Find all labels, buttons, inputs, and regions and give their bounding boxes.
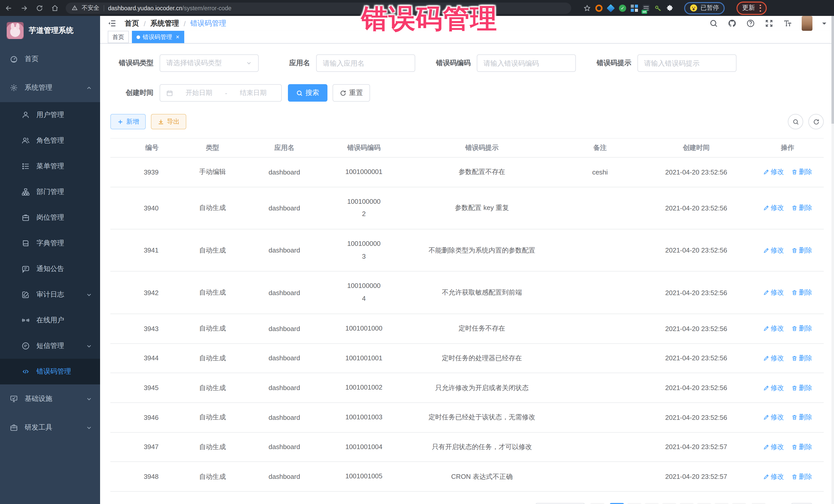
header-search-icon[interactable] (709, 19, 718, 28)
error-code-input[interactable] (483, 59, 569, 67)
extension-orange-icon[interactable] (595, 4, 602, 12)
delete-link[interactable]: 删除 (791, 383, 812, 392)
page-ellipsis[interactable]: ••• (715, 503, 729, 504)
edit-link[interactable]: 修改 (763, 354, 784, 363)
fullscreen-icon[interactable] (765, 19, 773, 28)
sidebar-item-sms-mgmt[interactable]: 短信管理 (0, 333, 100, 359)
delete-link[interactable]: 删除 (791, 168, 812, 177)
breadcrumb-home[interactable]: 首页 (125, 19, 139, 28)
sidebar-item-dev-tools[interactable]: 研发工具 (0, 413, 100, 442)
user-avatar[interactable] (802, 16, 812, 31)
next-page-button[interactable] (751, 503, 766, 504)
table-cell: dashboard (246, 229, 323, 271)
page-number-button[interactable]: 8 (732, 503, 746, 504)
delete-link[interactable]: 删除 (791, 246, 812, 255)
help-question-icon[interactable] (746, 19, 755, 28)
app-name-input[interactable] (323, 59, 409, 67)
edit-link[interactable]: 修改 (763, 442, 784, 452)
github-icon[interactable] (728, 19, 737, 28)
breadcrumb-system[interactable]: 系统管理 (150, 19, 179, 28)
bookmark-star-icon[interactable] (584, 4, 591, 12)
app-logo-row[interactable]: 芋道管理系统 (0, 16, 100, 45)
sidebar-item-role-mgmt[interactable]: 角色管理 (0, 128, 100, 153)
extensions-puzzle-icon[interactable] (666, 4, 673, 12)
browser-forward-icon[interactable] (21, 4, 28, 12)
browser-home-icon[interactable] (51, 4, 59, 12)
sidebar-item-menu-mgmt[interactable]: 菜单管理 (0, 153, 100, 179)
toggle-search-button[interactable] (788, 114, 803, 129)
browser-back-icon[interactable] (5, 4, 12, 12)
extension-gem-icon[interactable] (607, 4, 615, 12)
edit-link[interactable]: 修改 (763, 413, 784, 422)
tag-error-code-active[interactable]: 错误码管理 × (132, 31, 184, 43)
page-number-button[interactable]: 2 (627, 503, 641, 504)
extension-grid-icon[interactable] (631, 4, 638, 12)
table-cell: 3941 (110, 229, 179, 271)
table-header-row: 编号类型应用名错误码编码错误码提示备注创建时间操作 (110, 138, 824, 157)
delete-link[interactable]: 删除 (791, 442, 812, 452)
page-number-button[interactable]: 3 (644, 503, 659, 504)
table-cell (559, 343, 641, 373)
export-button[interactable]: 导出 (151, 114, 186, 129)
edit-link[interactable]: 修改 (763, 203, 784, 213)
sidebar-item-user-mgmt[interactable]: 用户管理 (0, 102, 100, 128)
table-row: 3941自动生成dashboard1001000003不能删除类型为系统内置的参… (110, 229, 824, 271)
refresh-table-button[interactable] (808, 114, 824, 129)
page-size-select[interactable]: 10条/页 (535, 503, 585, 504)
page-number-button[interactable]: 5 (680, 503, 694, 504)
avatar-caret-down-icon[interactable] (822, 22, 826, 26)
browser-update-button[interactable]: 更新 (737, 1, 767, 15)
not-secure-warning-icon[interactable] (72, 5, 78, 11)
page-number-button[interactable]: 4 (662, 503, 676, 504)
edit-link[interactable]: 修改 (763, 383, 784, 392)
sidebar-item-dept-mgmt[interactable]: 部门管理 (0, 179, 100, 205)
goto-page-input[interactable] (791, 503, 812, 504)
actions-cell: 修改删除 (751, 229, 824, 271)
edit-link[interactable]: 修改 (763, 324, 784, 333)
prev-page-button[interactable] (590, 503, 605, 504)
edit-link[interactable]: 修改 (763, 288, 784, 297)
date-range-picker[interactable]: 开始日期 - 结束日期 (160, 84, 282, 102)
extension-check-icon[interactable]: ✓ (619, 4, 626, 12)
tag-home[interactable]: 首页 (108, 31, 129, 43)
sidebar-item-label: 用户管理 (37, 110, 64, 119)
sidebar-item-notice-mgmt[interactable]: 通知公告 (0, 256, 100, 282)
sidebar-item-infrastructure[interactable]: 基础设施 (0, 385, 100, 413)
error-hint-input[interactable] (644, 59, 730, 67)
sidebar-item-audit-log[interactable]: 审计日志 (0, 282, 100, 307)
sidebar-item-post-mgmt[interactable]: 岗位管理 (0, 205, 100, 231)
font-size-icon[interactable] (783, 19, 792, 28)
browser-reload-icon[interactable] (36, 4, 43, 12)
sidebar-item-dict-mgmt[interactable]: 字典管理 (0, 231, 100, 256)
sidebar-toggle-hamburger-icon[interactable] (108, 19, 116, 28)
edit-link[interactable]: 修改 (763, 246, 784, 255)
delete-link[interactable]: 删除 (791, 203, 812, 213)
tag-close-icon[interactable]: × (176, 34, 179, 40)
edit-link[interactable]: 修改 (763, 168, 784, 177)
page-number-button[interactable]: 6 (697, 503, 711, 504)
browser-menu-dots-icon[interactable] (760, 4, 761, 12)
extension-key-icon[interactable] (654, 4, 662, 12)
edit-link[interactable]: 修改 (763, 472, 784, 481)
delete-link[interactable]: 删除 (791, 288, 812, 297)
search-button[interactable]: 搜索 (288, 84, 327, 102)
page-scrollbar[interactable] (831, 16, 834, 504)
page-number-button[interactable]: 1 (610, 503, 624, 504)
delete-link[interactable]: 删除 (791, 324, 812, 333)
delete-link[interactable]: 删除 (791, 472, 812, 481)
sidebar-item-online-users[interactable]: 在线用户 (0, 307, 100, 333)
sidebar-item-system-mgmt[interactable]: 系统管理 (0, 73, 100, 102)
add-button[interactable]: 新增 (110, 114, 146, 129)
chevron-down-icon (86, 425, 92, 430)
scrollbar-thumb[interactable] (831, 16, 834, 124)
profile-paused-badge[interactable]: 已暂停 (684, 2, 725, 14)
reset-button[interactable]: 重置 (333, 84, 370, 102)
delete-link[interactable]: 删除 (791, 354, 812, 363)
calendar-icon (166, 90, 173, 96)
delete-link[interactable]: 删除 (791, 413, 812, 422)
error-type-select[interactable]: 请选择错误码类型 (160, 54, 259, 72)
sidebar-item-error-code-mgmt[interactable]: 错误码管理 (0, 359, 100, 385)
table-cell: 自动生成 (179, 229, 246, 271)
sidebar-item-home[interactable]: 首页 (0, 45, 100, 73)
extension-list-on-icon[interactable]: on (642, 4, 650, 12)
